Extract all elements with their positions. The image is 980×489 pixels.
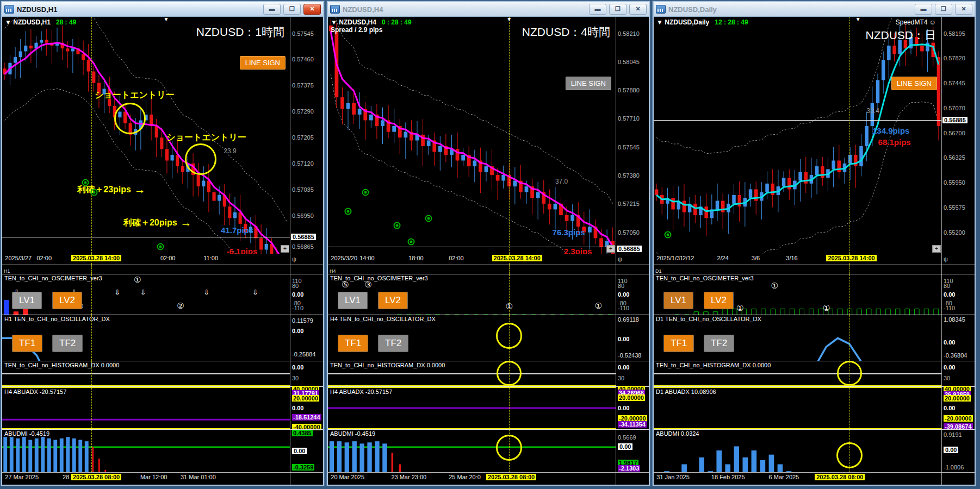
- minimize-button[interactable]: ▬: [589, 4, 606, 15]
- scale-label: -110: [292, 305, 303, 311]
- tf1-button[interactable]: TF1: [338, 335, 368, 352]
- scale-label: 0.57290: [292, 108, 314, 115]
- chart-client-area: ▼▼ NZDUSD,H128 : 49NZDUSD：1時間LINE SIGN41…: [2, 17, 323, 485]
- panel-scale: 0.691180.00-0.52438: [616, 315, 649, 361]
- scale-label: -2.1303: [618, 465, 640, 472]
- close-button[interactable]: ✕: [629, 4, 647, 15]
- panel-plot: ABUDMI -0.4519: [2, 430, 290, 472]
- abudmi-title: ABUDMI -0.4519: [4, 430, 49, 437]
- panel-row: 31 Jan 202518 Feb 20256 Mar 20252025.03.…: [654, 472, 975, 485]
- scale-label: 0.00: [618, 364, 629, 371]
- pips-loss-label: 68.1pips: [878, 137, 911, 147]
- pips-loss-label: 2.3pips: [564, 247, 592, 254]
- line-sign-button[interactable]: LINE SIGN: [566, 77, 611, 90]
- panel-scale: 0.582100.580450.578800.577100.575450.573…: [616, 17, 649, 254]
- scale-label: 0.00: [944, 339, 955, 346]
- current-price-line: [654, 120, 941, 121]
- maximize-button[interactable]: ❐: [935, 4, 952, 15]
- panel-plot[interactable]: ▼▼ NZDUSD,Daily12 : 28 : 49SpeedMT4 ☺NZD…: [654, 17, 942, 254]
- window-titlebar[interactable]: NZDUSD,H4 ▬ ❐ ✕: [328, 2, 649, 17]
- down-arrow-icon: ⇩: [140, 288, 146, 296]
- panel-plot[interactable]: ▼▼ NZDUSD,H128 : 49NZDUSD：1時間LINE SIGN41…: [2, 17, 290, 254]
- histogram-row: [328, 373, 616, 385]
- dropdown-arrow-icon[interactable]: ▼: [5, 18, 13, 26]
- panel-row: ABUDMI 0.03240.91910.00-1.0806: [654, 429, 975, 472]
- signal-number-marker: ①: [134, 275, 141, 285]
- panel-scale: 40.0000034.2696820.000000.00-20.00000-34…: [616, 387, 649, 429]
- signal-number-marker: ①: [823, 303, 830, 313]
- down-arrow-icon: ⇩: [114, 288, 120, 296]
- atr-value-label: 37.0: [555, 178, 568, 185]
- minimize-button[interactable]: ▬: [263, 4, 281, 15]
- crosshair-vline: [849, 265, 850, 274]
- tf2-button[interactable]: TF2: [378, 335, 408, 352]
- current-price-box: 0.56885: [617, 246, 642, 252]
- maximize-button[interactable]: ❐: [609, 4, 627, 15]
- scale-fix-button[interactable]: +: [606, 245, 615, 253]
- panel-plot: D1 ABUADX 10.08906: [654, 387, 942, 429]
- scale-label: 0.56950: [292, 212, 314, 219]
- scale-label: 80: [618, 283, 624, 289]
- scale-label: 0.00: [944, 405, 955, 411]
- scale-label: 0.58195: [944, 30, 965, 37]
- panel-row: 2025/1/312/122/243/63/162025.03.28 14:00…: [654, 254, 975, 265]
- oscillator-title: D1 TEN_to_CHI_no_OSCILLATOR_DX: [656, 316, 761, 322]
- pips-gain-label: 41.7pips: [221, 225, 253, 235]
- time-axis-label: 2/12: [683, 255, 694, 261]
- current-price-box: 0.56885: [942, 117, 967, 123]
- lv2-button[interactable]: LV2: [378, 292, 408, 309]
- window-title: NZDUSD,H1: [17, 5, 260, 14]
- time-axis-label: 2025/3/27: [5, 255, 32, 261]
- panel-plot: H4: [328, 265, 616, 274]
- lv2-button[interactable]: LV2: [704, 292, 734, 309]
- panel-scale: 0.0030: [616, 361, 649, 386]
- candle-timer: 28 : 49: [56, 18, 76, 26]
- trend-strip-svg: [2, 265, 290, 274]
- scale-label: 30: [944, 375, 950, 381]
- signal-highlight-circle: [837, 361, 862, 386]
- pips-gain-label: 76.3pips: [553, 228, 585, 237]
- tf2-button[interactable]: TF2: [704, 335, 734, 352]
- scale-label: 0.4385: [292, 430, 313, 436]
- scale-label: 0.57035: [292, 186, 314, 193]
- panel-plot[interactable]: ▼▼ NZDUSD,H40 : 28 : 49Spread / 2.9 pips…: [328, 17, 616, 254]
- lv1-button[interactable]: LV1: [663, 292, 693, 309]
- crosshair-vline: [849, 315, 850, 361]
- scale-label: 0.57820: [944, 55, 965, 61]
- lv1-button[interactable]: LV1: [338, 292, 368, 309]
- tf1-button[interactable]: TF1: [12, 335, 42, 352]
- tf1-button[interactable]: TF1: [663, 335, 694, 352]
- scale-label: -1.0806: [944, 464, 964, 471]
- symbol-period: NZDUSD,H1: [13, 18, 51, 26]
- scale-symbol: ψ: [292, 256, 296, 262]
- chart-window: NZDUSD,H4 ▬ ❐ ✕ ▼▼ NZDUSD,H40 : 28 : 49S…: [327, 1, 650, 486]
- panel-row: TEN_to_CHI_no_OSCIMETER_ver3LV1LV2①①①110…: [654, 274, 975, 315]
- scale-label: 80: [944, 283, 950, 289]
- scale-label: 0.57880: [618, 87, 640, 93]
- lv1-button[interactable]: LV1: [12, 292, 42, 309]
- tf2-button[interactable]: TF2: [52, 335, 83, 352]
- dropdown-arrow-icon[interactable]: ▼: [331, 18, 339, 26]
- scale-fix-button[interactable]: +: [932, 245, 941, 253]
- maximize-button[interactable]: ❐: [283, 4, 301, 15]
- histogram-title: TEN_to_CHI_no_HISTOGRAM_DX 0.0000: [4, 362, 119, 368]
- minimize-button[interactable]: ▬: [915, 4, 932, 15]
- panel-plot: TEN_to_CHI_no_OSCIMETER_ver3LV1LV2①①①: [654, 274, 942, 315]
- line-sign-button[interactable]: LINE SIGN: [891, 77, 937, 90]
- date-axis-label: 20 Mar 2025: [331, 474, 364, 480]
- close-button[interactable]: ✕: [955, 4, 972, 15]
- scale-fix-button[interactable]: +: [281, 245, 289, 253]
- window-titlebar[interactable]: NZDUSD,Daily ▬ ❐ ✕: [654, 2, 975, 17]
- panel-scale: [942, 473, 975, 485]
- chart-client-area: ▼▼ NZDUSD,Daily12 : 28 : 49SpeedMT4 ☺NZD…: [654, 17, 975, 485]
- lv2-button[interactable]: LV2: [52, 292, 82, 309]
- signal-dot-icon: [425, 215, 432, 222]
- dropdown-arrow-icon[interactable]: ▼: [656, 18, 665, 26]
- abuadx-title: H4 ABUADX -20.57157: [330, 388, 392, 395]
- close-button[interactable]: ✕: [303, 4, 321, 15]
- window-titlebar[interactable]: NZDUSD,H1 ▬ ❐ ✕: [2, 2, 323, 17]
- line-sign-button[interactable]: LINE SIGN: [240, 56, 286, 70]
- panel-scale: 1.083450.00-0.36804: [942, 315, 975, 361]
- scale-label: 0.57380: [618, 172, 640, 179]
- scale-label: 0.58210: [618, 30, 640, 37]
